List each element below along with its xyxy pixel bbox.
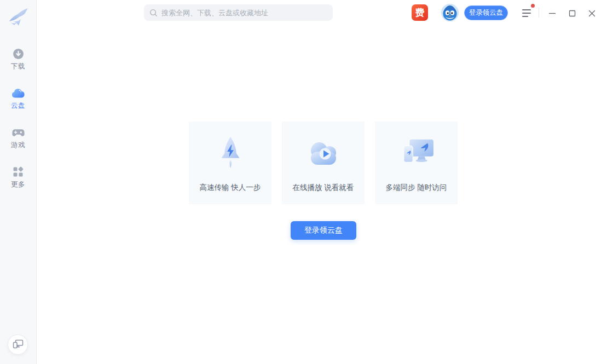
devices-icon: [397, 122, 436, 183]
sidebar-item-more[interactable]: 更多: [0, 165, 36, 189]
main-area: 费 登录领云盘: [37, 0, 607, 364]
sidebar-item-label: 下载: [11, 62, 25, 71]
sidebar-item-label: 游戏: [11, 141, 25, 150]
maximize-icon: [569, 10, 576, 17]
card-fast-transfer: 高速传输 快人一步: [189, 122, 271, 204]
xunlei-logo-icon: [5, 4, 31, 31]
rocket-icon: [213, 122, 247, 183]
card-online-play: 在线播放 说看就看: [282, 122, 365, 204]
cloud-icon: [11, 86, 25, 100]
avatar[interactable]: [441, 4, 459, 21]
cloud-play-icon: [305, 122, 342, 183]
sidebar-item-games[interactable]: 游戏: [0, 126, 36, 150]
phone-connect-button[interactable]: [8, 334, 28, 355]
card-label: 高速传输 快人一步: [200, 183, 261, 193]
search-bar[interactable]: [144, 4, 333, 21]
sidebar-item-cloud[interactable]: 云盘: [0, 86, 36, 111]
download-icon: [11, 47, 25, 60]
divider: [539, 8, 539, 18]
sidebar-item-label: 更多: [11, 180, 25, 189]
search-input[interactable]: [161, 9, 327, 17]
card-multi-device: 多端同步 随时访问: [375, 122, 458, 204]
topbar-login-button[interactable]: 登录领云盘: [464, 5, 508, 20]
sidebar-item-label: 云盘: [11, 101, 25, 111]
close-icon: [588, 10, 596, 17]
fee-promo-icon[interactable]: 费: [412, 4, 428, 21]
card-label: 多端同步 随时访问: [386, 183, 447, 193]
maximize-button[interactable]: [565, 6, 579, 20]
sidebar-item-download[interactable]: 下载: [0, 47, 36, 71]
notification-dot: [531, 4, 535, 8]
sidebar: 下载 云盘: [0, 0, 37, 364]
main-menu-button[interactable]: [521, 7, 534, 20]
close-button[interactable]: [585, 6, 599, 20]
sidebar-nav: 下载 云盘: [0, 47, 36, 205]
bird-avatar-icon: [441, 4, 459, 21]
more-grid-icon: [11, 165, 25, 178]
gamepad-icon: [11, 126, 25, 139]
app-window: 下载 云盘: [0, 0, 607, 364]
search-icon: [149, 9, 158, 17]
login-get-cloud-button[interactable]: 登录领云盘: [291, 221, 356, 240]
minimize-icon: [548, 9, 556, 17]
feature-cards: 高速传输 快人一步: [189, 122, 458, 204]
minimize-button[interactable]: [545, 6, 559, 20]
phone-monitor-icon: [13, 339, 24, 351]
card-label: 在线播放 说看就看: [293, 183, 354, 193]
